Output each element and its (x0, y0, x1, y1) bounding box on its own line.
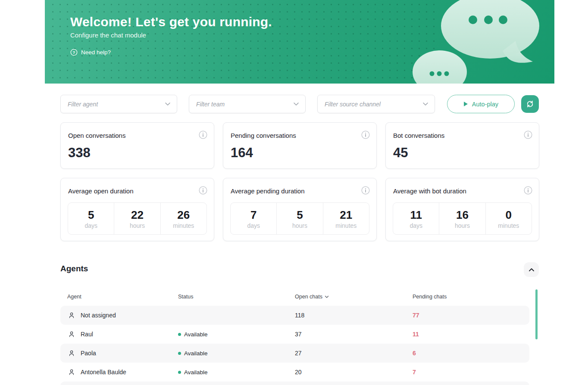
dot-pattern-decoration (49, 1, 437, 84)
agents-section-title: Agents (60, 264, 88, 273)
person-icon (68, 325, 75, 344)
duration-unit: hours (455, 222, 470, 229)
agent-status: Available (178, 344, 208, 363)
open-chats-value: 27 (295, 344, 302, 363)
duration-value: 22 (131, 208, 144, 222)
table-row-partial[interactable] (60, 382, 529, 385)
chevron-up-icon (529, 268, 535, 272)
duration-value: 16 (456, 208, 469, 222)
duration-minutes: 21 minutes (323, 203, 369, 234)
refresh-button[interactable] (521, 95, 539, 113)
autoplay-label: Auto-play (472, 101, 498, 108)
duration-hours: 22 hours (114, 203, 160, 234)
agent-status-label: Available (184, 331, 208, 338)
filter-team-select[interactable]: Filter team (189, 95, 306, 113)
sort-chevron-down-icon (325, 295, 329, 298)
agent-status-label: Available (184, 369, 208, 376)
welcome-banner: Welcome! Let's get you running. Configur… (45, 0, 554, 84)
duration-days: 5 days (68, 203, 114, 234)
duration-days: 11 days (393, 203, 439, 234)
agents-table-header: Agent Status Open chats Pending chats (60, 294, 529, 301)
chevron-down-icon (293, 102, 299, 106)
agents-table: Not assigned 118 77 Raul Available 37 11… (60, 306, 529, 385)
need-help-link[interactable]: ? Need help? (70, 49, 111, 56)
info-icon[interactable] (361, 130, 370, 139)
status-dot-icon (178, 352, 181, 355)
card-label: Open conversations (68, 132, 125, 139)
duration-unit: minutes (498, 222, 519, 229)
duration-value: 0 (506, 208, 512, 222)
card-value: 45 (393, 145, 408, 161)
filter-source-channel-select[interactable]: Filter source channel (317, 95, 435, 113)
info-icon[interactable] (524, 186, 532, 195)
average-with-bot-duration-card: Average with bot duration 11 days 16 hou… (385, 178, 539, 241)
duration-unit: hours (292, 222, 307, 229)
table-row[interactable]: Antonella Baulde Available 20 7 (60, 363, 529, 382)
agent-name: Paola (81, 344, 96, 363)
collapse-section-button[interactable] (524, 262, 539, 277)
info-icon[interactable] (524, 130, 532, 139)
person-icon (68, 306, 75, 325)
column-header-status: Status (178, 294, 193, 300)
filter-agent-select[interactable]: Filter agent (60, 95, 177, 113)
agent-status-label: Available (184, 350, 208, 357)
duration-unit: days (247, 222, 260, 229)
filter-team-placeholder: Filter team (196, 101, 225, 108)
duration-days: 7 days (231, 203, 277, 234)
open-conversations-card: Open conversations 338 (60, 122, 214, 169)
table-row[interactable]: Not assigned 118 77 (60, 306, 529, 325)
chevron-down-icon (422, 102, 428, 106)
agent-name: Raul (81, 325, 93, 344)
card-value: 164 (231, 145, 253, 161)
person-icon (68, 363, 75, 382)
duration-value: 5 (297, 208, 303, 222)
pending-conversations-card: Pending conversations 164 (223, 122, 377, 169)
need-help-label: Need help? (81, 49, 111, 56)
large-chat-bubble-icon (441, 0, 539, 63)
duration-minutes: 26 minutes (161, 203, 206, 234)
open-chats-value: 20 (295, 363, 302, 382)
card-label: Average open duration (68, 187, 134, 195)
duration-value: 21 (340, 208, 352, 222)
dashboard-page: Welcome! Let's get you running. Configur… (0, 0, 588, 385)
duration-unit: days (84, 222, 97, 229)
duration-value: 26 (177, 208, 190, 222)
info-icon[interactable] (361, 186, 370, 195)
info-icon[interactable] (199, 186, 207, 195)
open-chats-value: 37 (295, 325, 302, 344)
agent-name: Not assigned (81, 306, 116, 325)
refresh-icon (526, 100, 534, 108)
column-header-open-chats[interactable]: Open chats (295, 294, 329, 300)
question-circle-icon: ? (70, 49, 78, 56)
duration-minutes: 0 minutes (486, 203, 532, 234)
status-dot-icon (178, 333, 181, 336)
card-label: Bot conversations (393, 132, 444, 139)
duration-value: 11 (410, 208, 422, 222)
table-row[interactable]: Paola Available 27 6 (60, 344, 529, 363)
agent-name: Antonella Baulde (81, 363, 126, 382)
table-row[interactable]: Raul Available 37 11 (60, 325, 529, 344)
duration-unit: minutes (335, 222, 357, 229)
filter-source-channel-placeholder: Filter source channel (325, 101, 381, 108)
duration-value: 7 (250, 208, 256, 222)
agent-status: Available (178, 325, 208, 344)
page-title: Welcome! Let's get you running. (70, 15, 272, 29)
duration-hours: 5 hours (277, 203, 323, 234)
chevron-down-icon (165, 102, 171, 106)
card-label: Average pending duration (231, 187, 305, 195)
column-header-open-chats-label: Open chats (295, 294, 322, 300)
bot-conversations-card: Bot conversations 45 (385, 122, 539, 169)
status-dot-icon (178, 371, 181, 374)
column-header-agent: Agent (67, 294, 81, 300)
table-scrollbar-thumb[interactable] (535, 289, 538, 339)
average-open-duration-card: Average open duration 5 days 22 hours 26… (60, 178, 214, 241)
card-value: 338 (68, 145, 91, 161)
duration-box: 5 days 22 hours 26 minutes (68, 202, 207, 235)
agent-status: Available (178, 363, 208, 382)
autoplay-button[interactable]: Auto-play (447, 95, 515, 113)
pending-chats-value: 77 (413, 306, 419, 325)
duration-unit: minutes (173, 222, 194, 229)
info-icon[interactable] (199, 130, 207, 139)
average-pending-duration-card: Average pending duration 7 days 5 hours … (223, 178, 377, 241)
chat-bubbles-illustration (395, 0, 554, 84)
